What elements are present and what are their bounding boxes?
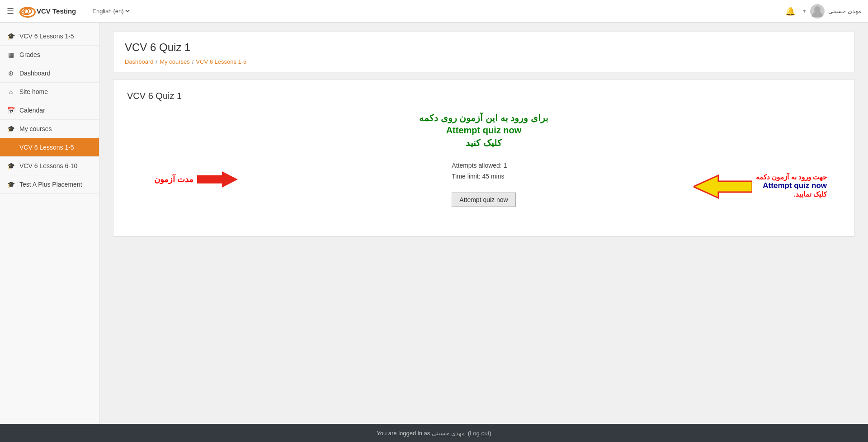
left-annotation-text: مدت آزمون	[154, 174, 193, 184]
breadcrumb-current: VCV 6 Lessons 1-5	[196, 58, 246, 65]
instruction-persian-bottom: کلیک کنید	[127, 137, 840, 148]
time-limit: Time limit: 45 mins	[452, 173, 504, 180]
sidebar-item-my-courses[interactable]: 🎓 My courses	[0, 120, 99, 138]
quiz-info-block: Attempts allowed: 1 Time limit: 45 mins …	[452, 162, 515, 207]
page-header-card: VCV 6 Quiz 1 Dashboard / My courses / VC…	[113, 32, 854, 72]
breadcrumb-dashboard[interactable]: Dashboard	[125, 58, 154, 65]
sidebar-item-label: Site home	[19, 88, 48, 95]
sidebar-item-label: Test A Plus Placement	[19, 181, 82, 188]
my-courses-icon: 🎓	[7, 125, 15, 132]
sidebar-item-label: VCV 6 Lessons 6-10	[19, 162, 77, 169]
sidebar-item-label: VCV 6 Lessons 1-5	[19, 144, 74, 151]
sidebar-item-dashboard[interactable]: ⊛ Dashboard	[0, 64, 99, 83]
breadcrumb: Dashboard / My courses / VCV 6 Lessons 1…	[125, 58, 843, 65]
arrow-left-icon	[693, 173, 752, 200]
brand-logo	[19, 7, 33, 16]
main-content: VCV 6 Quiz 1 Dashboard / My courses / VC…	[99, 23, 868, 424]
user-name: مهدی حسینی	[828, 8, 861, 14]
test-icon: 🎓	[7, 181, 15, 188]
hamburger-button[interactable]: ☰	[7, 6, 14, 16]
svg-marker-4	[693, 175, 752, 198]
sidebar-item-vcv-lessons-1-5-top[interactable]: 🎓 VCV 6 Lessons 1-5	[0, 27, 99, 46]
sidebar: 🎓 VCV 6 Lessons 1-5 ▦ Grades ⊛ Dashboard…	[0, 23, 99, 424]
breadcrumb-sep-2: /	[192, 58, 194, 65]
quiz-card-title: VCV 6 Quiz 1	[127, 91, 840, 101]
footer-logged-in-text: You are logged in as	[377, 430, 430, 437]
sidebar-item-vcv-lessons-6-10[interactable]: 🎓 VCV 6 Lessons 6-10	[0, 157, 99, 175]
dashboard-icon: ⊛	[7, 70, 15, 77]
course-icon: 🎓	[7, 162, 15, 169]
navbar: ☰ VCV Testing English (en) 🔔 مهدی حسینی …	[0, 0, 868, 23]
svg-marker-3	[197, 171, 238, 188]
graduation-cap-icon: 🎓	[7, 33, 15, 40]
sidebar-item-grades[interactable]: ▦ Grades	[0, 46, 99, 64]
svg-point-0	[21, 8, 32, 14]
brand-name: VCV Testing	[37, 7, 76, 15]
sidebar-item-label: My courses	[19, 125, 52, 132]
sidebar-item-test-a-plus[interactable]: 🎓 Test A Plus Placement	[0, 175, 99, 194]
sidebar-item-calendar[interactable]: 📅 Calendar	[0, 101, 99, 120]
page-title: VCV 6 Quiz 1	[125, 41, 843, 54]
right-annotation-line1: جهت ورود به آزمون دکمه	[756, 173, 827, 181]
sidebar-item-label: Calendar	[19, 107, 45, 114]
quiz-card: VCV 6 Quiz 1 برای ورود به این آزمون روی …	[113, 79, 854, 237]
sidebar-item-label: VCV 6 Lessons 1-5	[19, 33, 74, 40]
arrow-right-icon	[197, 170, 238, 189]
chevron-down-icon: ▼	[802, 9, 807, 14]
footer-username-link[interactable]: مهدی حسینی	[432, 430, 465, 437]
sidebar-item-vcv-lessons-1-5[interactable]: VCV 6 Lessons 1-5	[0, 138, 99, 157]
right-annotation: جهت ورود به آزمون دکمه Attempt quiz now …	[693, 173, 827, 200]
instruction-attempt-link: Attempt quiz now	[127, 125, 840, 136]
avatar	[810, 4, 825, 19]
language-select[interactable]: English (en)	[90, 7, 131, 15]
instruction-persian-top: برای ورود به این آزمون روی دکمه	[127, 113, 840, 123]
left-annotation: مدت آزمون	[154, 170, 238, 189]
grades-icon: ▦	[7, 51, 15, 58]
breadcrumb-my-courses[interactable]: My courses	[160, 58, 189, 65]
breadcrumb-sep-1: /	[156, 58, 158, 65]
right-annotation-line3: کلیک نمایید.	[756, 190, 827, 198]
user-menu[interactable]: مهدی حسینی ▼	[802, 4, 861, 19]
attempt-quiz-button[interactable]: Attempt quiz now	[452, 193, 515, 207]
sidebar-item-site-home[interactable]: ⌂ Site home	[0, 83, 99, 101]
footer-logout-link[interactable]: Log out	[470, 430, 489, 437]
right-annotation-line2: Attempt quiz now	[756, 181, 827, 190]
sidebar-item-label: Dashboard	[19, 70, 51, 77]
brand: VCV Testing	[19, 7, 76, 16]
notification-bell-icon[interactable]: 🔔	[785, 6, 795, 16]
footer: You are logged in as مهدی حسینی (Log out…	[0, 424, 868, 442]
sidebar-item-label: Grades	[19, 51, 40, 58]
calendar-icon: 📅	[7, 107, 15, 114]
attempts-allowed: Attempts allowed: 1	[452, 162, 507, 169]
instruction-area: برای ورود به این آزمون روی دکمه Attempt …	[127, 113, 840, 148]
svg-point-1	[24, 9, 28, 14]
home-icon: ⌂	[7, 88, 15, 95]
